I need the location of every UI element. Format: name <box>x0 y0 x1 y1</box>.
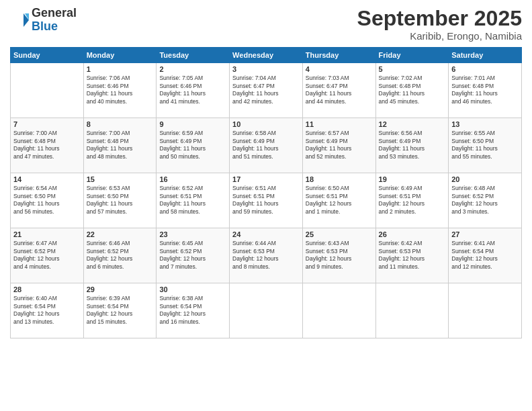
day-number: 11 <box>306 120 373 128</box>
calendar-table: SundayMondayTuesdayWednesdayThursdayFrid… <box>10 47 522 338</box>
calendar-cell: 6Sunrise: 7:01 AM Sunset: 6:48 PM Daylig… <box>449 63 522 118</box>
day-info: Sunrise: 7:05 AM Sunset: 6:46 PM Dayligh… <box>159 75 226 105</box>
day-number: 14 <box>13 175 81 183</box>
day-number: 30 <box>159 285 226 293</box>
day-info: Sunrise: 6:52 AM Sunset: 6:51 PM Dayligh… <box>159 185 226 216</box>
day-number: 21 <box>13 230 81 238</box>
calendar-cell: 15Sunrise: 6:53 AM Sunset: 6:50 PM Dayli… <box>83 173 157 228</box>
day-info: Sunrise: 7:01 AM Sunset: 6:48 PM Dayligh… <box>451 75 519 105</box>
week-row-2: 14Sunrise: 6:54 AM Sunset: 6:50 PM Dayli… <box>11 173 522 228</box>
day-header-tuesday: Tuesday <box>157 48 230 63</box>
calendar-cell: 14Sunrise: 6:54 AM Sunset: 6:50 PM Dayli… <box>11 173 84 228</box>
day-number: 6 <box>451 65 519 73</box>
day-number: 17 <box>232 175 300 183</box>
week-row-0: 1Sunrise: 7:06 AM Sunset: 6:46 PM Daylig… <box>11 63 522 118</box>
calendar-cell: 30Sunrise: 6:38 AM Sunset: 6:54 PM Dayli… <box>157 283 230 338</box>
calendar-cell: 3Sunrise: 7:04 AM Sunset: 6:47 PM Daylig… <box>230 63 303 118</box>
calendar-cell: 27Sunrise: 6:41 AM Sunset: 6:54 PM Dayli… <box>449 228 522 283</box>
day-info: Sunrise: 6:53 AM Sunset: 6:50 PM Dayligh… <box>87 185 154 216</box>
calendar-cell: 13Sunrise: 6:55 AM Sunset: 6:50 PM Dayli… <box>449 118 522 173</box>
calendar-cell: 4Sunrise: 7:03 AM Sunset: 6:47 PM Daylig… <box>302 63 375 118</box>
day-info: Sunrise: 6:44 AM Sunset: 6:53 PM Dayligh… <box>232 240 300 271</box>
day-info: Sunrise: 7:02 AM Sunset: 6:48 PM Dayligh… <box>379 75 446 105</box>
calendar-cell: 29Sunrise: 6:39 AM Sunset: 6:54 PM Dayli… <box>83 283 157 338</box>
day-number: 4 <box>306 65 373 73</box>
calendar-cell: 8Sunrise: 7:00 AM Sunset: 6:48 PM Daylig… <box>83 118 157 173</box>
day-number: 27 <box>451 230 519 238</box>
calendar-cell <box>375 283 449 338</box>
day-number: 26 <box>379 230 446 238</box>
day-info: Sunrise: 6:49 AM Sunset: 6:51 PM Dayligh… <box>379 185 446 216</box>
day-info: Sunrise: 6:54 AM Sunset: 6:50 PM Dayligh… <box>13 185 81 216</box>
calendar-cell: 24Sunrise: 6:44 AM Sunset: 6:53 PM Dayli… <box>230 228 303 283</box>
day-info: Sunrise: 6:51 AM Sunset: 6:51 PM Dayligh… <box>232 185 300 216</box>
day-number: 28 <box>13 285 81 293</box>
day-info: Sunrise: 6:46 AM Sunset: 6:52 PM Dayligh… <box>87 240 154 271</box>
day-info: Sunrise: 7:04 AM Sunset: 6:47 PM Dayligh… <box>232 75 300 105</box>
day-info: Sunrise: 6:40 AM Sunset: 6:54 PM Dayligh… <box>13 295 81 326</box>
calendar-container: General Blue September 2025 Karibib, Ero… <box>0 0 532 411</box>
day-number: 13 <box>451 120 519 128</box>
calendar-cell: 19Sunrise: 6:49 AM Sunset: 6:51 PM Dayli… <box>375 173 449 228</box>
calendar-cell: 25Sunrise: 6:43 AM Sunset: 6:53 PM Dayli… <box>302 228 375 283</box>
day-number: 5 <box>379 65 446 73</box>
day-info: Sunrise: 6:59 AM Sunset: 6:49 PM Dayligh… <box>159 130 226 161</box>
day-number: 16 <box>159 175 226 183</box>
calendar-cell: 11Sunrise: 6:57 AM Sunset: 6:49 PM Dayli… <box>302 118 375 173</box>
day-info: Sunrise: 6:39 AM Sunset: 6:54 PM Dayligh… <box>87 295 154 326</box>
logo-blue-text: Blue <box>32 19 58 33</box>
day-number: 10 <box>232 120 300 128</box>
day-number: 22 <box>87 230 154 238</box>
day-number: 7 <box>13 120 81 128</box>
day-header-saturday: Saturday <box>449 48 522 63</box>
week-row-4: 28Sunrise: 6:40 AM Sunset: 6:54 PM Dayli… <box>11 283 522 338</box>
title-section: September 2025 Karibib, Erongo, Namibia <box>357 7 522 42</box>
day-number: 8 <box>87 120 154 128</box>
day-info: Sunrise: 6:45 AM Sunset: 6:52 PM Dayligh… <box>159 240 226 271</box>
day-number: 23 <box>159 230 226 238</box>
day-number: 15 <box>87 175 154 183</box>
day-info: Sunrise: 7:00 AM Sunset: 6:48 PM Dayligh… <box>13 130 81 161</box>
day-number: 9 <box>159 120 226 128</box>
day-header-monday: Monday <box>83 48 157 63</box>
month-title: September 2025 <box>357 7 522 30</box>
header-row: SundayMondayTuesdayWednesdayThursdayFrid… <box>11 48 522 63</box>
calendar-cell: 28Sunrise: 6:40 AM Sunset: 6:54 PM Dayli… <box>11 283 84 338</box>
day-number: 24 <box>232 230 300 238</box>
calendar-cell: 18Sunrise: 6:50 AM Sunset: 6:51 PM Dayli… <box>302 173 375 228</box>
week-row-1: 7Sunrise: 7:00 AM Sunset: 6:48 PM Daylig… <box>11 118 522 173</box>
calendar-cell: 16Sunrise: 6:52 AM Sunset: 6:51 PM Dayli… <box>157 173 230 228</box>
day-number: 29 <box>87 285 154 293</box>
calendar-cell: 20Sunrise: 6:48 AM Sunset: 6:52 PM Dayli… <box>449 173 522 228</box>
calendar-cell: 1Sunrise: 7:06 AM Sunset: 6:46 PM Daylig… <box>83 63 157 118</box>
day-info: Sunrise: 6:57 AM Sunset: 6:49 PM Dayligh… <box>306 130 373 161</box>
logo-general-text: General <box>32 6 77 19</box>
calendar-cell <box>302 283 375 338</box>
calendar-cell: 7Sunrise: 7:00 AM Sunset: 6:48 PM Daylig… <box>11 118 84 173</box>
day-number: 25 <box>306 230 373 238</box>
logo: General Blue <box>10 7 77 34</box>
calendar-cell: 12Sunrise: 6:56 AM Sunset: 6:49 PM Dayli… <box>375 118 449 173</box>
day-header-thursday: Thursday <box>302 48 375 63</box>
day-info: Sunrise: 6:38 AM Sunset: 6:54 PM Dayligh… <box>159 295 226 326</box>
location: Karibib, Erongo, Namibia <box>357 30 522 42</box>
day-header-wednesday: Wednesday <box>230 48 303 63</box>
day-number: 1 <box>87 65 154 73</box>
calendar-cell: 22Sunrise: 6:46 AM Sunset: 6:52 PM Dayli… <box>83 228 157 283</box>
calendar-cell: 10Sunrise: 6:58 AM Sunset: 6:49 PM Dayli… <box>230 118 303 173</box>
week-row-3: 21Sunrise: 6:47 AM Sunset: 6:52 PM Dayli… <box>11 228 522 283</box>
calendar-cell: 26Sunrise: 6:42 AM Sunset: 6:53 PM Dayli… <box>375 228 449 283</box>
logo-icon <box>10 11 29 30</box>
calendar-cell <box>11 63 84 118</box>
calendar-cell: 17Sunrise: 6:51 AM Sunset: 6:51 PM Dayli… <box>230 173 303 228</box>
calendar-cell <box>230 283 303 338</box>
calendar-cell: 5Sunrise: 7:02 AM Sunset: 6:48 PM Daylig… <box>375 63 449 118</box>
day-info: Sunrise: 6:48 AM Sunset: 6:52 PM Dayligh… <box>451 185 519 216</box>
day-header-friday: Friday <box>375 48 449 63</box>
calendar-cell <box>449 283 522 338</box>
header: General Blue September 2025 Karibib, Ero… <box>10 7 522 42</box>
day-info: Sunrise: 6:47 AM Sunset: 6:52 PM Dayligh… <box>13 240 81 271</box>
day-info: Sunrise: 6:43 AM Sunset: 6:53 PM Dayligh… <box>306 240 373 271</box>
day-info: Sunrise: 6:56 AM Sunset: 6:49 PM Dayligh… <box>379 130 446 161</box>
day-header-sunday: Sunday <box>11 48 84 63</box>
